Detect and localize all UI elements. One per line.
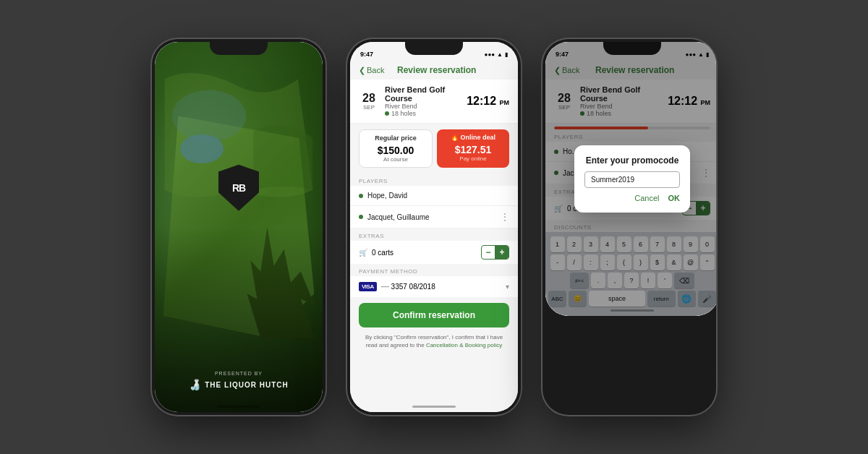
nav-title: Review reservation (397, 65, 476, 75)
player-menu-icon[interactable]: ⋮ (501, 212, 509, 222)
notch (405, 42, 463, 55)
confirm-reservation-button[interactable]: Confirm reservation (359, 303, 509, 327)
tee-time: 12:12 PM (467, 95, 509, 108)
phone-promo: Enter your promocode Summer2019 Cancel O… (542, 39, 716, 415)
regular-label: Regular price (365, 134, 426, 142)
home-indicator[interactable] (412, 406, 456, 408)
course-name: River Bend Golf Course (385, 85, 461, 103)
holes-label: 18 holes (391, 110, 416, 117)
extras-row: 🛒 0 carts − + (350, 241, 518, 264)
phone-splash: RB PRESENTED BY 🍶 THE LIQUOR HUTCH (152, 39, 326, 415)
visa-badge: VISA (359, 282, 377, 291)
players-section-label: PLAYERS (350, 174, 518, 186)
price-tabs: Regular price $150.00 At course 🔥 Online… (350, 124, 518, 174)
shield-letters: RB (232, 182, 245, 194)
promo-buttons: Cancel OK (584, 194, 680, 202)
phone-review: 9:47 ●●● ▲ ▮ ❮ Back Review reservation (347, 39, 521, 415)
promo-title: Enter your promocode (584, 155, 680, 166)
chevron-left-icon: ❮ (359, 66, 365, 75)
player-dot (359, 215, 363, 219)
status-time: 9:47 (360, 51, 373, 58)
regular-price: $150.00 (365, 145, 426, 156)
player-dot (359, 194, 363, 198)
golf-background: RB PRESENTED BY 🍶 THE LIQUOR HUTCH (155, 42, 323, 412)
back-button[interactable]: ❮ Back (359, 66, 384, 75)
regular-sub: At course (365, 156, 426, 163)
app-screen: 9:47 ●●● ▲ ▮ ❮ Back Review reservation (350, 42, 518, 412)
wifi-icon: ▲ (497, 51, 503, 58)
tee-time-value: 12:12 (467, 95, 496, 107)
tee-ampm: PM (500, 99, 510, 106)
shield-icon: RB (218, 165, 259, 211)
promo-input[interactable]: Summer2019 (584, 171, 680, 188)
chevron-down-icon[interactable]: ▾ (506, 283, 509, 291)
booking-header: 28 SEP River Bend Golf Course River Bend… (350, 80, 518, 124)
promo-cancel-button[interactable]: Cancel (634, 194, 659, 202)
extras-section-label: EXTRAS (350, 228, 518, 241)
promo-overlay: Enter your promocode Summer2019 Cancel O… (545, 42, 716, 316)
player-2: Jacquet, Guillaume ⋮ (350, 206, 518, 228)
battery-icon: ▮ (505, 51, 508, 58)
regular-price-tab[interactable]: Regular price $150.00 At course (359, 129, 433, 168)
signal-icon: ●●● (485, 51, 495, 58)
course-holes: 18 holes (385, 110, 461, 117)
home-indicator[interactable] (217, 406, 260, 408)
payment-section-label: PAYMENT METHOD (350, 264, 518, 276)
date-month: SEP (359, 104, 379, 111)
online-price: $127.51 (443, 144, 503, 155)
course-info: River Bend Golf Course River Bend 18 hol… (385, 85, 461, 117)
cart-label: 0 carts (372, 249, 393, 257)
player-1-name: Hope, David (367, 192, 407, 200)
online-sub: Pay online (443, 155, 503, 162)
course-location: River Bend (385, 103, 461, 110)
player-2-name: Jacquet, Guillaume (367, 213, 430, 221)
status-icons: ●●● ▲ ▮ (485, 51, 508, 58)
cancellation-policy-link[interactable]: Cancellation & Booking policy (426, 342, 502, 348)
qty-plus-button[interactable]: + (495, 246, 509, 259)
nav-bar: ❮ Back Review reservation (350, 62, 518, 80)
green-dot (385, 111, 389, 116)
date-badge: 28 SEP (359, 93, 379, 111)
company-name: 🍶 THE LIQUOR HUTCH (155, 379, 323, 390)
online-label: 🔥 Online deal (443, 134, 503, 141)
fire-icon: 🔥 (451, 134, 459, 141)
card-number: ···· 3357 08/2018 (381, 283, 435, 291)
back-label: Back (367, 66, 384, 74)
quantity-control[interactable]: − + (481, 245, 509, 260)
player-1: Hope, David (350, 186, 518, 206)
date-day: 28 (359, 93, 379, 104)
payment-row: VISA ···· 3357 08/2018 ▾ (350, 276, 518, 297)
brand-footer: PRESENTED BY 🍶 THE LIQUOR HUTCH (155, 371, 323, 390)
brand-logo: RB (218, 165, 259, 215)
presented-by-label: PRESENTED BY (155, 371, 323, 376)
online-deal-tab[interactable]: 🔥 Online deal $127.51 Pay online (437, 129, 509, 168)
promo-ok-button[interactable]: OK (668, 194, 681, 202)
cart-icon: 🛒 (359, 249, 367, 257)
terms-text: By clicking "Confirm reservation", I con… (350, 333, 518, 354)
promo-dialog: Enter your promocode Summer2019 Cancel O… (574, 145, 690, 213)
notch (210, 42, 268, 55)
qty-minus-button[interactable]: − (482, 246, 495, 259)
